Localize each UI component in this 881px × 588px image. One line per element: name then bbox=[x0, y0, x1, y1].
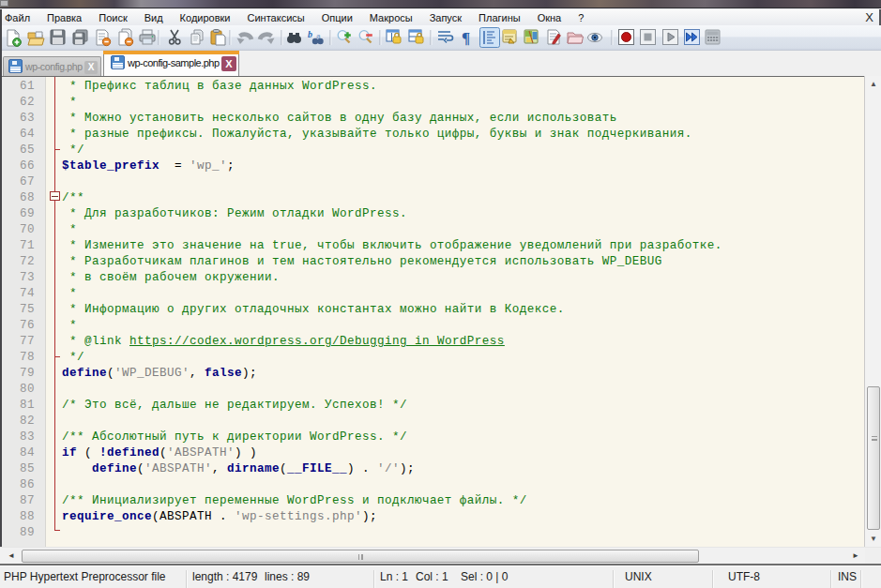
svg-text:¶: ¶ bbox=[462, 29, 470, 47]
svg-text:b: b bbox=[308, 29, 312, 39]
svg-text:a: a bbox=[316, 31, 321, 40]
